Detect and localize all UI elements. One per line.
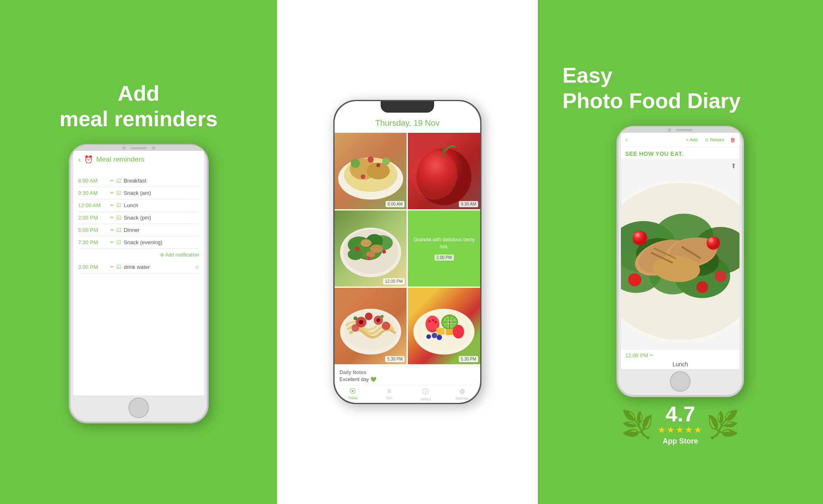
rating-stars: ★★★★★ — [658, 425, 703, 435]
edit-icon-4[interactable]: ✏ — [110, 227, 114, 233]
check-icon-1[interactable]: ☑ — [116, 190, 121, 196]
food-cell-omelet[interactable]: 8.00 AM — [335, 133, 407, 209]
clock-icon: ⏰ — [84, 155, 93, 164]
svg-point-32 — [351, 324, 359, 332]
svg-point-42 — [432, 319, 435, 321]
back-arrow-icon[interactable]: ‹ — [78, 155, 81, 164]
reminder-row-breakfast: 8:00 AM ✏ ☑ Breakfast — [78, 175, 199, 187]
food-cell-pasta[interactable]: 5.30 PM — [335, 288, 407, 364]
share-icon[interactable]: ⬆ — [731, 162, 736, 170]
edit-icon-3[interactable]: ✏ — [110, 215, 114, 220]
diary-tabs: ⦿ Today ≡ Tips ⓘ Select ⚙ Settings — [335, 385, 480, 403]
food-photo-grid: 8.00 AM — [335, 133, 480, 364]
food-time-pasta: 5.30 PM — [385, 356, 405, 362]
svg-point-34 — [377, 319, 380, 322]
reminders-header: ‹ ⏰ Meal reminders — [78, 155, 199, 167]
delete-button[interactable]: 🗑 — [730, 137, 735, 143]
add-notification-button[interactable]: ⊕ Add notification — [78, 252, 199, 258]
svg-point-19 — [348, 248, 363, 260]
camera-dot-2 — [152, 146, 155, 150]
food-time-salad: 12.00 PM — [383, 278, 405, 284]
svg-point-76 — [632, 231, 647, 245]
check-icon-3[interactable]: ☑ — [116, 215, 121, 221]
photo-edit-icon[interactable]: ✏ — [650, 353, 653, 358]
panel-food-diary: Thursday, 19 Nov — [277, 0, 537, 504]
phone-mockup-3: ‹ + Add ⊙ Retake 🗑 See how you eat. ⬆ — [616, 126, 744, 397]
reminder-label-extra: drink water — [124, 264, 193, 270]
phone-screen-2: Thursday, 19 Nov — [335, 101, 480, 403]
edit-icon-1[interactable]: ✏ — [110, 190, 114, 196]
tab-tips[interactable]: ≡ Tips — [371, 388, 407, 401]
svg-rect-52 — [446, 329, 454, 335]
today-icon: ⦿ — [349, 388, 356, 395]
svg-point-22 — [366, 251, 375, 257]
panel-meal-reminders: Add meal reminders ‹ ⏰ Meal reminders 8:… — [0, 0, 277, 504]
diary-notes: Daily Notes Excellent day 💚 — [335, 366, 480, 385]
reminder-label-4: Dinner — [124, 227, 199, 233]
svg-point-25 — [367, 256, 370, 260]
svg-point-31 — [382, 322, 390, 330]
reminder-time-3: 2:00 PM — [78, 215, 108, 221]
food-cell-granola[interactable]: Granola with delicious berry mix. 2.00 P… — [408, 210, 480, 287]
svg-point-11 — [412, 150, 457, 200]
reminder-label-3: Snack (pm) — [124, 215, 199, 221]
svg-point-36 — [381, 315, 384, 318]
svg-point-23 — [355, 246, 360, 251]
food-cell-salad[interactable]: 12.00 PM — [335, 210, 407, 287]
reminder-time-extra: 3:00 PM — [78, 264, 108, 270]
reminder-time-5: 7:30 PM — [78, 239, 108, 245]
edit-icon-2[interactable]: ✏ — [110, 203, 114, 208]
retake-button[interactable]: ⊙ Retake — [705, 137, 724, 143]
svg-point-4 — [351, 159, 360, 168]
svg-point-24 — [382, 250, 386, 253]
check-icon-0[interactable]: ☑ — [116, 178, 121, 184]
reminder-row-lunch: 12:00 AM ✏ ☑ Lunch — [78, 199, 199, 212]
food-photo-area: ⬆ — [621, 159, 739, 349]
food-time-omelet: 8.00 AM — [386, 201, 405, 207]
svg-rect-51 — [437, 328, 445, 335]
svg-point-35 — [353, 317, 357, 320]
select-label: Select — [421, 397, 431, 401]
back-button-photo[interactable]: ‹ — [625, 136, 627, 143]
reminder-time-2: 12:00 AM — [78, 202, 108, 208]
svg-point-82 — [635, 233, 640, 238]
tab-today[interactable]: ⦿ Today — [335, 388, 371, 401]
home-button-1[interactable] — [128, 398, 149, 418]
screen-photo: ‹ + Add ⊙ Retake 🗑 See how you eat. ⬆ — [621, 133, 739, 369]
reminder-row-snack-pm: 2:00 PM ✏ ☑ Snack (pm) — [78, 212, 199, 224]
food-cell-apple[interactable]: 9.30 AM — [408, 133, 480, 209]
reminder-time-1: 9:30 AM — [78, 190, 108, 196]
edit-icon-extra[interactable]: ✏ — [110, 264, 114, 270]
see-how-label: See how you eat. — [621, 147, 739, 159]
reminder-row-snack-am: 9:30 AM ✏ ☑ Snack (am) — [78, 187, 199, 199]
svg-point-41 — [428, 320, 431, 323]
add-button[interactable]: + Add — [686, 137, 697, 142]
edit-icon-5[interactable]: ✏ — [110, 240, 114, 245]
check-icon-5[interactable]: ☑ — [116, 239, 121, 245]
svg-point-6 — [367, 157, 374, 163]
svg-point-7 — [361, 174, 365, 179]
svg-point-78 — [707, 237, 720, 250]
daily-notes-content: Excellent day 💚 — [339, 377, 475, 382]
svg-point-56 — [453, 325, 465, 338]
reminders-title: Meal reminders — [96, 155, 144, 164]
svg-point-80 — [628, 273, 642, 287]
panel-photo-food-diary: Easy Photo Food Diary ‹ + Add ⊙ Retake 🗑… — [538, 0, 823, 504]
phone-screen-3: ‹ + Add ⊙ Retake 🗑 See how you eat. ⬆ — [621, 133, 739, 369]
check-icon-2[interactable]: ☑ — [116, 202, 121, 208]
svg-point-53 — [432, 333, 437, 338]
tab-select[interactable]: ⓘ Select — [407, 388, 444, 401]
food-time-granola: 2.00 PM — [435, 254, 454, 261]
food-cell-fruit[interactable]: 5.30 PM — [408, 288, 480, 364]
check-icon-extra[interactable]: ☑ — [116, 264, 121, 270]
tab-settings[interactable]: ⚙ Settings — [444, 388, 480, 401]
home-button-3[interactable] — [670, 371, 690, 392]
go-icon-extra[interactable]: ⊙ — [195, 264, 199, 270]
settings-icon: ⚙ — [459, 388, 465, 395]
granola-desc: Granola with delicious berry mix. — [412, 236, 476, 250]
edit-icon-0[interactable]: ✏ — [110, 178, 114, 183]
rating-number: 4.7 — [665, 403, 695, 425]
phone-mockup-2: Thursday, 19 Nov — [333, 100, 481, 404]
check-icon-4[interactable]: ☑ — [116, 227, 121, 233]
panel3-title: Easy Photo Food Diary — [554, 62, 741, 114]
